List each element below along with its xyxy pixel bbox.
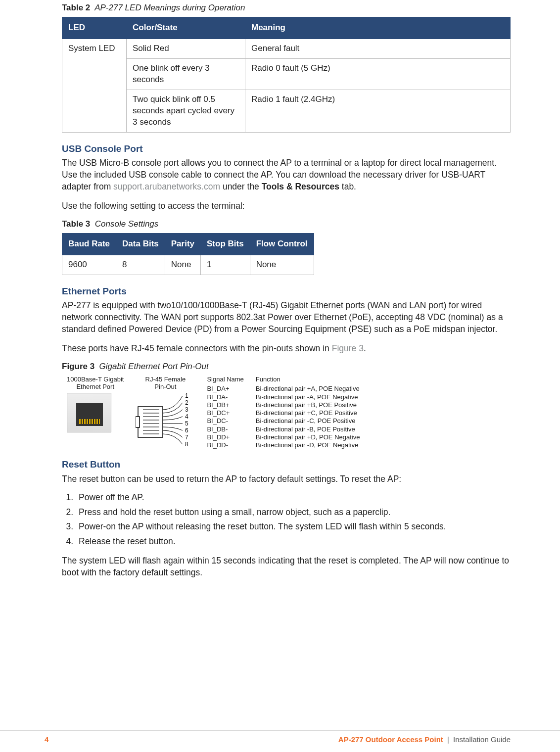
pin6-signal: BI_DB- [207, 425, 243, 433]
eth-paragraph-2: These ports have RJ-45 female connectors… [62, 342, 511, 354]
table2-r3c3: Radio 1 fault (2.4GHz) [245, 90, 511, 132]
table3-h3: Parity [165, 233, 200, 255]
table2-r2c3: Radio 0 fault (5 GHz) [245, 58, 511, 90]
svg-rect-0 [138, 407, 163, 437]
ethernet-port-icon [67, 393, 111, 432]
figure3-caption-italic: Gigabit Ethernet Port Pin-Out [99, 362, 209, 371]
figure3-diagram: 1000Base-T Gigabit Ethernet Port RJ-45 F… [62, 376, 511, 450]
footer-doc-title: AP-277 Outdoor Access Point [338, 735, 443, 744]
svg-text:1: 1 [185, 393, 188, 399]
svg-rect-1 [136, 417, 140, 427]
table2-h1: LED [62, 17, 127, 39]
reset-steps: Power off the AP. Press and hold the res… [62, 492, 511, 548]
figure3-col2-title: RJ-45 Female Pin-Out [136, 376, 195, 391]
pin2-function: Bi-directional pair -A, POE Negative [256, 393, 360, 401]
usb-paragraph-1: The USB Micro-B console port allows you … [62, 157, 511, 192]
table2-r2c2: One blink off every 3 seconds [127, 58, 245, 90]
reset-step-1: Power off the AP. [76, 492, 511, 504]
table3-caption-bold: Table 3 [62, 219, 90, 229]
svg-text:2: 2 [185, 399, 188, 406]
figure3-caption: Figure 3 Gigabit Ethernet Port Pin-Out [62, 361, 511, 373]
table2-r1c1: System LED [62, 39, 127, 132]
table2-caption-bold: Table 2 [62, 3, 90, 12]
table2-r1c3: General fault [245, 39, 511, 58]
pin8-function: Bi-directional pair -D, POE Negative [256, 441, 360, 449]
figure3-col1-title: 1000Base-T Gigabit Ethernet Port [67, 376, 124, 391]
rj45-jack-icon [76, 403, 103, 426]
svg-text:5: 5 [185, 420, 188, 427]
figure3-col3-title: Signal Name [207, 376, 243, 383]
support-link[interactable]: support.arubanetworks.com [113, 182, 220, 191]
pin4-function: Bi-directional pair +C, POE Positive [256, 409, 360, 417]
svg-text:3: 3 [185, 406, 188, 413]
rj45-pinout-icon: 1 2 3 4 5 6 7 8 [136, 393, 200, 447]
eth-heading: Ethernet Ports [62, 285, 511, 298]
footer-guide-label: Installation Guide [453, 735, 511, 744]
pin5-signal: BI_DC- [207, 417, 243, 425]
table2-r1c2: Solid Red [127, 39, 245, 58]
table3-r1c5: None [250, 255, 314, 275]
pin1-signal: BI_DA+ [207, 385, 243, 393]
figure3-col3: Signal Name BI_DA+ BI_DA- BI_DB+ BI_DC+ … [207, 376, 243, 450]
table3-h1: Baud Rate [62, 233, 116, 255]
pin8-signal: BI_DD- [207, 441, 243, 449]
table3-h4: Stop Bits [201, 233, 250, 255]
footer-right: AP-277 Outdoor Access Point | Installati… [338, 735, 511, 745]
table3-r1c4: 1 [201, 255, 250, 275]
reset-heading: Reset Button [62, 458, 511, 471]
figure3-caption-bold: Figure 3 [62, 362, 94, 371]
pin3-signal: BI_DB+ [207, 401, 243, 409]
table3-h5: Flow Control [250, 233, 314, 255]
table3-r1c3: None [165, 255, 200, 275]
table2: LED Color/State Meaning System LED Solid… [62, 17, 511, 133]
figure3-col1: 1000Base-T Gigabit Ethernet Port [67, 376, 124, 432]
table3-h2: Data Bits [116, 233, 165, 255]
table2-caption: Table 2 AP-277 LED Meanings during Opera… [62, 2, 511, 14]
page-footer: 4 AP-277 Outdoor Access Point | Installa… [0, 730, 560, 745]
svg-text:6: 6 [185, 427, 188, 434]
table3-caption: Table 3 Console Settings [62, 219, 511, 230]
figure3-col2: RJ-45 Female Pin-Out 1 [136, 376, 195, 447]
table3: Baud Rate Data Bits Parity Stop Bits Flo… [62, 233, 314, 275]
table2-caption-italic: AP-277 LED Meanings during Operation [94, 3, 245, 12]
reset-step-3: Power-on the AP without releasing the re… [76, 521, 511, 533]
reset-step-2: Press and hold the reset button using a … [76, 507, 511, 518]
pin2-signal: BI_DA- [207, 393, 243, 401]
usb-heading: USB Console Port [62, 142, 511, 155]
pin6-function: Bi-directional pair -B, POE Positive [256, 425, 360, 433]
svg-text:7: 7 [185, 434, 188, 441]
pin5-function: Bi-directional pair -C, POE Positive [256, 417, 360, 425]
usb-paragraph-2: Use the following setting to access the … [62, 200, 511, 212]
table2-r3c2: Two quick blink off 0.5 seconds apart cy… [127, 90, 245, 132]
table2-h3: Meaning [245, 17, 511, 39]
svg-text:8: 8 [185, 441, 188, 447]
eth-paragraph-1: AP-277 is equipped with two10/100/1000Ba… [62, 299, 511, 335]
reset-paragraph-2: The system LED will flash again within 1… [62, 555, 511, 578]
pin7-function: Bi-directional pair +D, POE Negative [256, 433, 360, 441]
reset-step-4: Release the reset button. [76, 536, 511, 548]
figure3-link[interactable]: Figure 3 [332, 343, 364, 353]
svg-text:4: 4 [185, 413, 188, 420]
tools-resources-bold: Tools & Resources [262, 182, 339, 191]
pin7-signal: BI_DD+ [207, 433, 243, 441]
page-number: 4 [45, 735, 48, 745]
table3-r1c1: 9600 [62, 255, 116, 275]
pin1-function: Bi-directional pair +A, POE Negative [256, 385, 360, 393]
figure3-col4: Function Bi-directional pair +A, POE Neg… [256, 376, 360, 450]
pin4-signal: BI_DC+ [207, 409, 243, 417]
table3-r1c2: 8 [116, 255, 165, 275]
pin3-function: Bi-directional pair +B, POE Positive [256, 401, 360, 409]
table3-caption-italic: Console Settings [95, 219, 159, 229]
figure3-col4-title: Function [256, 376, 360, 383]
footer-separator: | [447, 735, 449, 744]
reset-paragraph-1: The reset button can be used to return t… [62, 473, 511, 485]
table2-h2: Color/State [127, 17, 245, 39]
